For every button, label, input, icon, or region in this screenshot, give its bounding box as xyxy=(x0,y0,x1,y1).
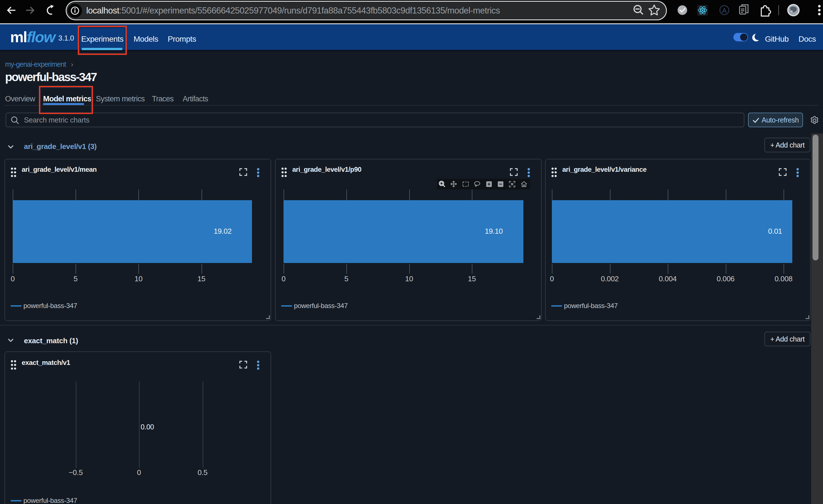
svg-text:A: A xyxy=(722,7,726,14)
